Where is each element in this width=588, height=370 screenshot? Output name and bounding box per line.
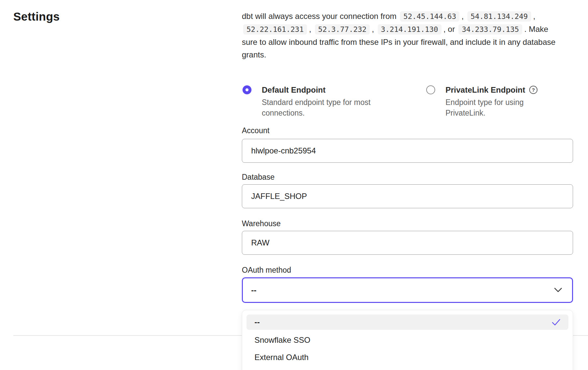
- ip-address-chip: 52.45.144.63: [400, 11, 459, 22]
- database-label: Database: [242, 173, 274, 182]
- default-endpoint-description: Standard endpoint type for most connecti…: [262, 97, 388, 118]
- account-label: Account: [242, 126, 269, 135]
- default-endpoint-label: Default Endpoint: [262, 85, 388, 94]
- ip-address-chip: 54.81.134.249: [467, 11, 531, 22]
- ip-address-chip: 52.22.161.231: [243, 24, 307, 35]
- account-input[interactable]: [242, 139, 573, 163]
- help-icon[interactable]: ?: [529, 86, 538, 94]
- privatelink-endpoint-label: PrivateLink Endpoint: [445, 85, 525, 95]
- dropdown-option-none[interactable]: --: [246, 315, 568, 330]
- ip-address-chip: 52.3.77.232: [315, 24, 370, 35]
- radio-option-privatelink-endpoint[interactable]: PrivateLink Endpoint ? Endpoint type for…: [426, 85, 542, 118]
- dropdown-option-snowflake-sso[interactable]: Snowflake SSO: [246, 331, 568, 349]
- ip-address-chip: 34.233.79.135: [458, 24, 522, 35]
- dropdown-option-label: --: [254, 318, 260, 327]
- privatelink-endpoint-description: Endpoint type for using PrivateLink.: [445, 97, 542, 118]
- ip-address-chip: 3.214.191.130: [378, 24, 441, 35]
- oauth-method-label: OAuth method: [242, 266, 291, 275]
- oauth-method-select[interactable]: --: [242, 277, 573, 303]
- database-input[interactable]: [242, 184, 573, 208]
- settings-page: Settings dbt will always access your con…: [0, 0, 588, 370]
- radio-option-default-endpoint[interactable]: Default Endpoint Standard endpoint type …: [243, 85, 388, 118]
- warehouse-input[interactable]: [242, 231, 573, 255]
- dropdown-option-label: Snowflake SSO: [254, 335, 310, 345]
- oauth-method-dropdown: -- Snowflake SSO External OAuth: [242, 310, 573, 370]
- check-icon: [552, 319, 560, 326]
- warehouse-label: Warehouse: [242, 219, 281, 228]
- page-title: Settings: [13, 10, 60, 23]
- oauth-method-selected-value: --: [251, 286, 256, 295]
- dropdown-option-external-oauth[interactable]: External OAuth: [246, 349, 568, 366]
- chevron-down-icon: [554, 288, 562, 293]
- dropdown-option-label: External OAuth: [254, 353, 309, 362]
- radio-unselected-icon[interactable]: [426, 85, 435, 94]
- radio-selected-icon[interactable]: [243, 85, 251, 94]
- intro-paragraph: dbt will always access your connection f…: [242, 10, 562, 61]
